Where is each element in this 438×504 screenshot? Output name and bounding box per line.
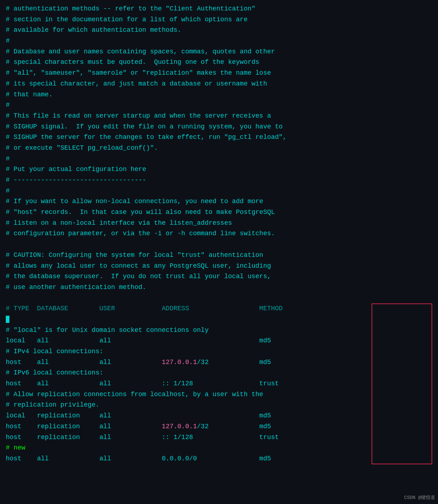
line-24: # allows any local user to connect as an…: [6, 261, 432, 272]
row-comment-new: # new: [6, 443, 432, 453]
row-host-ipv4: host all all 127.0.0.1/32 md5: [6, 357, 432, 368]
row-host-replication-ipv6: host replication all :: 1/128 trust: [6, 432, 432, 443]
row-host-ipv6: host all all :: 1/128 trust: [6, 378, 432, 389]
line-3: # available for which authentication met…: [6, 25, 432, 36]
row-comment-repl1: # Allow replication connections from loc…: [6, 389, 432, 400]
row-host-replication-ipv4: host replication all 127.0.0.1/32 md5: [6, 421, 432, 432]
row-comment-local: # "local" is for Unix domain socket conn…: [6, 325, 432, 336]
row-comment-ipv6: # IPv6 local connections:: [6, 368, 432, 378]
line-1: # authentication methods -- refer to the…: [6, 4, 432, 14]
text-cursor: [6, 316, 9, 323]
line-4: #: [6, 36, 432, 47]
line-11: # This file is read on server startup an…: [6, 111, 432, 122]
line-13: # SIGHUP the server for the changes to t…: [6, 132, 432, 143]
line-8: # its special character, and just match …: [6, 79, 432, 89]
watermark: CSDN @猪悟道: [404, 494, 435, 502]
line-21: # listen on a non-local interface via th…: [6, 218, 432, 229]
line-16: # Put your actual configuration here: [6, 164, 432, 175]
line-18: #: [6, 186, 432, 197]
line-22: # configuration parameter, or via the -i…: [6, 228, 432, 239]
line-19: # If you want to allow non-local connect…: [6, 196, 432, 207]
line-17: # ----------------------------------: [6, 175, 432, 186]
row-local-replication: local replication all md5: [6, 411, 432, 421]
row-host-all-new: host all all 0.0.0.0/0 md5: [6, 453, 432, 464]
line-7: # "all", "sameuser", "samerole" or "repl…: [6, 68, 432, 79]
cursor-line[interactable]: [6, 314, 432, 325]
line-6: # special characters must be quoted. Quo…: [6, 57, 432, 68]
table-header: # TYPE DATABASE USER ADDRESS METHOD: [6, 303, 432, 314]
line-23: # CAUTION: Configuring the system for lo…: [6, 250, 432, 261]
line-10: #: [6, 100, 432, 111]
line-25: # the database superuser. If you do not …: [6, 271, 432, 282]
line-2: # section in the documentation for a lis…: [6, 14, 432, 25]
line-12: # SIGHUP signal. If you edit the file on…: [6, 122, 432, 132]
line-20: # "host" records. In that case you will …: [6, 207, 432, 218]
empty-2: [6, 293, 432, 304]
line-5: # Database and user names containing spa…: [6, 47, 432, 57]
code-editor: # authentication methods -- refer to the…: [0, 0, 438, 504]
empty-1: [6, 239, 432, 250]
row-comment-repl2: # replication privilege.: [6, 400, 432, 411]
table-section: # TYPE DATABASE USER ADDRESS METHOD # "l…: [6, 303, 432, 464]
line-15: #: [6, 154, 432, 165]
line-26: # use another authentication method.: [6, 282, 432, 293]
ipv4-addr-1: 127.0.0.1: [162, 359, 197, 366]
line-14: # or execute "SELECT pg_reload_conf()".: [6, 143, 432, 154]
row-comment-ipv4: # IPv4 local connections:: [6, 346, 432, 357]
row-local-all: local all all md5: [6, 336, 432, 346]
ipv4-addr-2: 127.0.0.1: [162, 423, 197, 430]
line-9: # that name.: [6, 89, 432, 100]
